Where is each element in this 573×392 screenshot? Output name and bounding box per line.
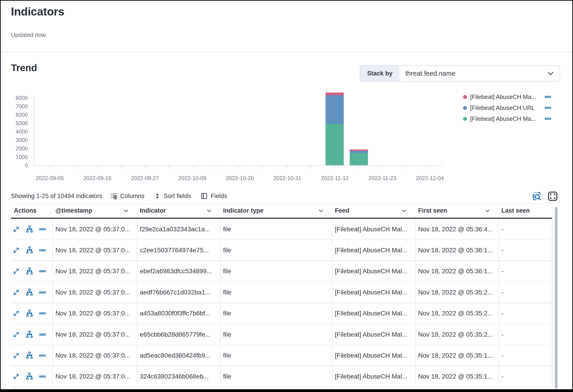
cell-indicator[interactable]: a453a8030f0f3ffc7b6bf... [140,303,217,324]
bar-segment[interactable] [350,150,368,151]
cell-indicator[interactable]: aedf76b667c1d032ba1... [140,282,217,303]
cell-last-seen[interactable]: - [501,240,549,260]
cell-feed[interactable]: [Filebeat] AbuseCH Mal... [335,324,412,345]
legend-actions-icon[interactable] [544,104,551,111]
column-header-actions[interactable]: Actions [14,204,50,218]
cell-last-seen[interactable]: - [501,261,549,282]
chevron-down-icon[interactable] [206,208,212,214]
open-details-icon[interactable] [13,268,20,275]
cell-timestamp[interactable]: Nov 18, 2022 @ 05:37:0... [55,324,134,345]
column-header-feed[interactable]: Feed [335,204,413,218]
inspect-icon[interactable] [531,191,541,202]
legend-item[interactable]: [Filebeat] AbuseCH Ma... [463,91,551,102]
cell-first-seen[interactable]: Nov 18, 2022 @ 05:35:2... [418,324,496,345]
fullscreen-icon[interactable] [547,191,558,202]
cell-last-seen[interactable]: - [501,303,549,324]
cell-feed[interactable]: [Filebeat] AbuseCH Mal... [335,240,412,260]
cell-first-seen[interactable]: Nov 18, 2022 @ 05:35:2... [418,303,496,324]
cell-feed[interactable]: [Filebeat] AbuseCH Mal... [335,303,412,324]
columns-button[interactable]: Columns [110,192,145,200]
legend-item[interactable]: [Filebeat] AbuseCH URL [463,102,551,113]
column-header-last-seen[interactable]: Last seen [501,204,550,218]
open-details-icon[interactable] [13,226,20,233]
bar-segment[interactable] [325,124,344,165]
cell-indicator[interactable]: e65cbb6b28d865779fe... [140,324,217,345]
cell-feed[interactable]: [Filebeat] AbuseCH Mal... [335,261,412,282]
cell-feed[interactable]: [Filebeat] AbuseCH Mal... [335,219,412,239]
bar-segment[interactable] [350,153,368,165]
investigate-in-timeline-icon[interactable] [25,267,34,275]
cell-timestamp[interactable]: Nov 18, 2022 @ 05:37:0... [55,303,134,324]
more-actions-icon[interactable] [39,289,46,296]
cell-indicator-type[interactable]: file [223,282,329,303]
cell-last-seen[interactable]: - [501,219,549,239]
column-header-indicator[interactable]: Indicator [140,204,218,218]
open-details-icon[interactable] [13,331,20,338]
cell-feed[interactable]: [Filebeat] AbuseCH Mal... [335,366,412,387]
cell-first-seen[interactable]: Nov 18, 2022 @ 05:35:1... [418,345,496,366]
bar-segment[interactable] [325,93,344,95]
more-actions-icon[interactable] [39,226,46,233]
more-actions-icon[interactable] [39,247,46,254]
cell-timestamp[interactable]: Nov 18, 2022 @ 05:37:0... [55,261,134,282]
more-actions-icon[interactable] [39,373,46,380]
column-header-timestamp[interactable]: @timestamp [55,204,135,218]
cell-first-seen[interactable]: Nov 18, 2022 @ 05:36:4... [418,219,496,239]
investigate-in-timeline-icon[interactable] [25,351,34,360]
cell-first-seen[interactable]: Nov 18, 2022 @ 05:35:1... [418,366,496,387]
cell-indicator[interactable]: ad5eac80ed360424fb9... [140,345,217,366]
cell-last-seen[interactable]: - [501,282,549,303]
cell-indicator[interactable]: 324c63802346b068eb... [140,366,217,387]
cell-feed[interactable]: [Filebeat] AbuseCH Mal... [335,345,412,366]
legend-actions-icon[interactable] [544,93,551,100]
legend-item-label[interactable]: [Filebeat] AbuseCH URL [470,104,543,111]
cell-feed[interactable]: [Filebeat] AbuseCH Mal... [335,282,412,303]
open-details-icon[interactable] [13,247,20,254]
cell-indicator-type[interactable]: file [223,324,329,345]
more-actions-icon[interactable] [39,331,46,338]
cell-indicator-type[interactable]: file [223,366,329,387]
cell-last-seen[interactable]: - [501,324,549,345]
cell-first-seen[interactable]: Nov 18, 2022 @ 05:36:1... [418,261,496,282]
column-header-first-seen[interactable]: First seen [418,204,497,218]
cell-last-seen[interactable]: - [501,366,549,387]
open-details-icon[interactable] [13,289,20,296]
cell-indicator-type[interactable]: file [223,240,329,260]
investigate-in-timeline-icon[interactable] [25,246,34,254]
bar-segment[interactable] [325,95,344,124]
cell-indicator-type[interactable]: file [223,219,329,239]
table-scrollbar[interactable] [555,207,557,389]
column-header-indicator-type[interactable]: Indicator type [223,204,330,218]
cell-indicator[interactable]: c2ee15037764974e75... [140,240,217,260]
more-actions-icon[interactable] [39,352,46,359]
investigate-in-timeline-icon[interactable] [25,309,34,318]
more-actions-icon[interactable] [39,268,46,275]
cell-timestamp[interactable]: Nov 18, 2022 @ 05:37:0... [55,219,134,239]
sort-fields-button[interactable]: Sort fields [154,193,191,200]
chevron-down-icon[interactable] [484,208,490,214]
legend-item[interactable]: [Filebeat] AbuseCH Ma... [463,113,551,124]
cell-timestamp[interactable]: Nov 18, 2022 @ 05:37:0... [55,366,134,387]
cell-first-seen[interactable]: Nov 18, 2022 @ 05:36:1... [418,240,496,260]
cell-indicator-type[interactable]: file [223,345,329,366]
cell-timestamp[interactable]: Nov 18, 2022 @ 05:37:0... [55,345,134,366]
investigate-in-timeline-icon[interactable] [25,288,34,296]
open-details-icon[interactable] [13,310,20,317]
cell-timestamp[interactable]: Nov 18, 2022 @ 05:37:0... [55,282,134,303]
open-details-icon[interactable] [13,352,20,359]
legend-item-label[interactable]: [Filebeat] AbuseCH Ma... [470,115,543,122]
investigate-in-timeline-icon[interactable] [25,225,34,233]
chevron-down-icon[interactable] [123,208,129,214]
cell-timestamp[interactable]: Nov 18, 2022 @ 05:37:0... [55,240,134,260]
investigate-in-timeline-icon[interactable] [25,330,34,339]
chevron-down-icon[interactable] [401,208,407,214]
cell-first-seen[interactable]: Nov 18, 2022 @ 05:35:2... [418,282,496,303]
open-details-icon[interactable] [13,373,20,380]
cell-indicator[interactable]: f29e2ca1a032343ac1a... [140,219,217,239]
legend-actions-icon[interactable] [544,115,551,122]
chevron-down-icon[interactable] [318,208,324,214]
investigate-in-timeline-icon[interactable] [25,372,34,381]
cell-indicator-type[interactable]: file [223,261,329,282]
cell-indicator-type[interactable]: file [223,303,329,324]
cell-last-seen[interactable]: - [501,345,549,366]
